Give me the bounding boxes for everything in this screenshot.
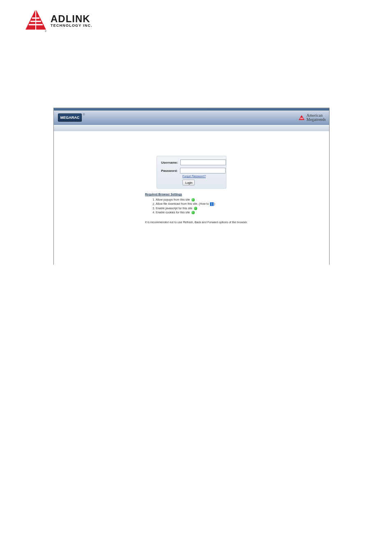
username-input[interactable] [180, 160, 226, 165]
password-input[interactable] [180, 168, 226, 173]
req-item-1: Allow popups from this site [156, 198, 215, 201]
check-icon [191, 211, 195, 214]
login-screenshot: MEGARAC ® American Megatrends Username: [53, 108, 330, 265]
svg-text:®: ® [45, 30, 47, 32]
req-item-2: Allow file download from this site. (How… [156, 202, 215, 206]
app-header: MEGARAC ® American Megatrends [54, 111, 329, 125]
ami-triangle-icon [298, 115, 305, 120]
vendor-brand: ADLINK [51, 14, 92, 24]
adlink-logo: ® ADLINK TECHNOLOGY INC. [25, 8, 92, 33]
check-icon [194, 207, 197, 210]
page: ® ADLINK TECHNOLOGY INC. MEGARAC ® Ameri… [0, 0, 392, 555]
req-item-4: Enable cookies for this site [156, 211, 215, 214]
required-settings: Required Browser Settings Allow popups f… [145, 193, 215, 215]
vendor-subtitle: TECHNOLOGY INC. [51, 24, 92, 28]
required-settings-title: Required Browser Settings [145, 193, 215, 196]
adlink-triangle-icon: ® [25, 8, 47, 33]
megarac-badge: MEGARAC [58, 113, 82, 122]
ami-logo: American Megatrends [298, 113, 326, 122]
ami-line2: Megatrends [307, 118, 326, 122]
forgot-password-link[interactable]: Forgot Password? [182, 175, 206, 178]
info-icon [210, 202, 214, 206]
recommendation-text: It is recommended not to use Refresh, Ba… [145, 221, 248, 224]
registered-mark: ® [83, 113, 85, 116]
login-button[interactable]: Login [182, 180, 195, 185]
check-icon [191, 198, 195, 201]
app-body: Username: Password: Forgot Password? Log… [54, 131, 329, 265]
app-subbar [54, 125, 329, 131]
password-label: Password: [161, 169, 178, 173]
req-item-3: Enable javascript for this site [156, 207, 215, 210]
username-label: Username: [161, 161, 178, 164]
login-panel: Username: Password: Forgot Password? Log… [157, 156, 226, 189]
